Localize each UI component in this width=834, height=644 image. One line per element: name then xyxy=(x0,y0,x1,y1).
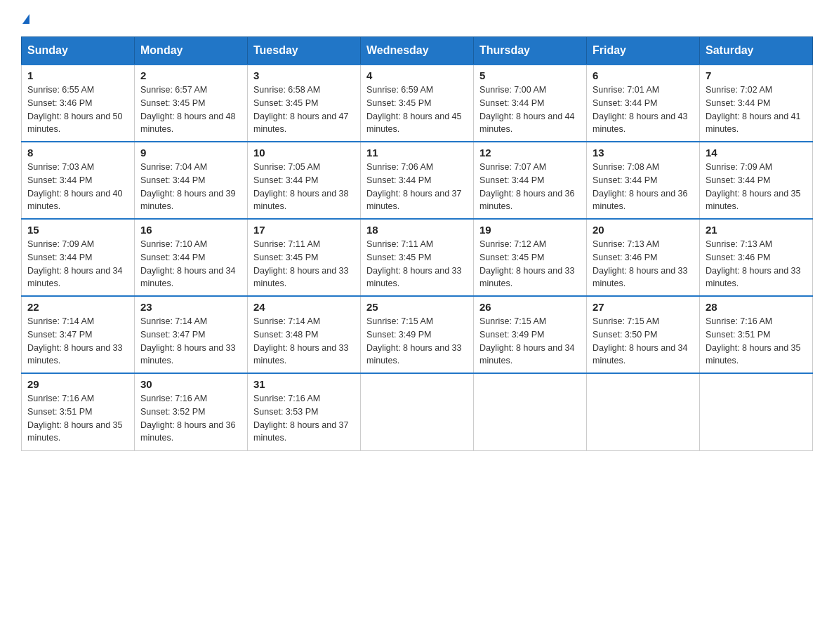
day-number: 4 xyxy=(366,69,468,81)
day-info: Sunrise: 7:15 AMSunset: 3:49 PMDaylight:… xyxy=(479,315,581,368)
calendar-cell: 22 Sunrise: 7:14 AMSunset: 3:47 PMDaylig… xyxy=(22,296,135,373)
day-number: 24 xyxy=(253,301,355,313)
day-number: 5 xyxy=(479,69,581,81)
day-info: Sunrise: 7:14 AMSunset: 3:48 PMDaylight:… xyxy=(253,315,355,368)
day-number: 16 xyxy=(140,224,241,236)
day-info: Sunrise: 7:10 AMSunset: 3:44 PMDaylight:… xyxy=(140,238,241,290)
day-number: 12 xyxy=(479,147,581,159)
day-number: 3 xyxy=(253,69,355,81)
calendar-cell: 1 Sunrise: 6:55 AMSunset: 3:46 PMDayligh… xyxy=(22,65,135,142)
weekday-header-sunday: Sunday xyxy=(22,37,135,65)
day-info: Sunrise: 7:03 AMSunset: 3:44 PMDaylight:… xyxy=(27,161,128,213)
day-info: Sunrise: 7:13 AMSunset: 3:46 PMDaylight:… xyxy=(593,238,694,290)
calendar-cell: 11 Sunrise: 7:06 AMSunset: 3:44 PMDaylig… xyxy=(361,142,474,219)
calendar-cell: 14 Sunrise: 7:09 AMSunset: 3:44 PMDaylig… xyxy=(700,142,813,219)
day-number: 17 xyxy=(253,224,355,236)
calendar-cell: 29 Sunrise: 7:16 AMSunset: 3:51 PMDaylig… xyxy=(22,373,135,450)
day-number: 10 xyxy=(253,147,355,159)
day-info: Sunrise: 7:07 AMSunset: 3:44 PMDaylight:… xyxy=(479,161,581,213)
weekday-header-tuesday: Tuesday xyxy=(248,37,361,65)
calendar-cell: 20 Sunrise: 7:13 AMSunset: 3:46 PMDaylig… xyxy=(587,219,700,296)
day-info: Sunrise: 7:09 AMSunset: 3:44 PMDaylight:… xyxy=(27,238,128,290)
day-number: 29 xyxy=(27,378,128,390)
day-number: 19 xyxy=(479,224,581,236)
calendar-cell: 5 Sunrise: 7:00 AMSunset: 3:44 PMDayligh… xyxy=(474,65,587,142)
weekday-header-saturday: Saturday xyxy=(700,37,813,65)
day-number: 14 xyxy=(706,147,807,159)
calendar-cell: 27 Sunrise: 7:15 AMSunset: 3:50 PMDaylig… xyxy=(587,296,700,373)
day-info: Sunrise: 7:00 AMSunset: 3:44 PMDaylight:… xyxy=(479,83,581,136)
day-number: 25 xyxy=(366,301,468,313)
day-info: Sunrise: 7:11 AMSunset: 3:45 PMDaylight:… xyxy=(366,238,468,290)
calendar-cell: 10 Sunrise: 7:05 AMSunset: 3:44 PMDaylig… xyxy=(248,142,361,219)
calendar-cell: 19 Sunrise: 7:12 AMSunset: 3:45 PMDaylig… xyxy=(474,219,587,296)
day-number: 28 xyxy=(706,301,807,313)
day-info: Sunrise: 6:57 AMSunset: 3:45 PMDaylight:… xyxy=(140,83,241,136)
day-number: 9 xyxy=(140,147,241,159)
day-info: Sunrise: 7:09 AMSunset: 3:44 PMDaylight:… xyxy=(706,161,807,213)
calendar-cell: 18 Sunrise: 7:11 AMSunset: 3:45 PMDaylig… xyxy=(361,219,474,296)
day-info: Sunrise: 7:13 AMSunset: 3:46 PMDaylight:… xyxy=(706,238,807,290)
day-number: 18 xyxy=(366,224,468,236)
day-info: Sunrise: 7:12 AMSunset: 3:45 PMDaylight:… xyxy=(479,238,581,290)
calendar-cell: 15 Sunrise: 7:09 AMSunset: 3:44 PMDaylig… xyxy=(22,219,135,296)
logo xyxy=(21,14,29,24)
week-row-1: 1 Sunrise: 6:55 AMSunset: 3:46 PMDayligh… xyxy=(22,65,813,142)
day-info: Sunrise: 7:16 AMSunset: 3:52 PMDaylight:… xyxy=(140,392,241,445)
calendar-cell: 2 Sunrise: 6:57 AMSunset: 3:45 PMDayligh… xyxy=(135,65,248,142)
day-info: Sunrise: 7:14 AMSunset: 3:47 PMDaylight:… xyxy=(27,315,128,368)
weekday-header-row: SundayMondayTuesdayWednesdayThursdayFrid… xyxy=(22,37,813,65)
calendar-cell: 4 Sunrise: 6:59 AMSunset: 3:45 PMDayligh… xyxy=(361,65,474,142)
calendar-cell: 21 Sunrise: 7:13 AMSunset: 3:46 PMDaylig… xyxy=(700,219,813,296)
day-number: 22 xyxy=(27,301,128,313)
day-number: 8 xyxy=(27,147,128,159)
calendar-cell: 28 Sunrise: 7:16 AMSunset: 3:51 PMDaylig… xyxy=(700,296,813,373)
calendar-table: SundayMondayTuesdayWednesdayThursdayFrid… xyxy=(21,36,813,451)
day-info: Sunrise: 7:04 AMSunset: 3:44 PMDaylight:… xyxy=(140,161,241,213)
week-row-4: 22 Sunrise: 7:14 AMSunset: 3:47 PMDaylig… xyxy=(22,296,813,373)
day-info: Sunrise: 7:01 AMSunset: 3:44 PMDaylight:… xyxy=(593,83,694,136)
day-info: Sunrise: 7:16 AMSunset: 3:51 PMDaylight:… xyxy=(27,392,128,445)
calendar-cell: 13 Sunrise: 7:08 AMSunset: 3:44 PMDaylig… xyxy=(587,142,700,219)
calendar-cell: 12 Sunrise: 7:07 AMSunset: 3:44 PMDaylig… xyxy=(474,142,587,219)
calendar-cell: 31 Sunrise: 7:16 AMSunset: 3:53 PMDaylig… xyxy=(248,373,361,450)
calendar-cell: 23 Sunrise: 7:14 AMSunset: 3:47 PMDaylig… xyxy=(135,296,248,373)
day-info: Sunrise: 6:58 AMSunset: 3:45 PMDaylight:… xyxy=(253,83,355,136)
calendar-cell: 25 Sunrise: 7:15 AMSunset: 3:49 PMDaylig… xyxy=(361,296,474,373)
day-info: Sunrise: 6:55 AMSunset: 3:46 PMDaylight:… xyxy=(27,83,128,136)
day-info: Sunrise: 7:14 AMSunset: 3:47 PMDaylight:… xyxy=(140,315,241,368)
weekday-header-friday: Friday xyxy=(587,37,700,65)
calendar-cell: 9 Sunrise: 7:04 AMSunset: 3:44 PMDayligh… xyxy=(135,142,248,219)
calendar-cell: 8 Sunrise: 7:03 AMSunset: 3:44 PMDayligh… xyxy=(22,142,135,219)
calendar-cell xyxy=(474,373,587,450)
calendar-cell xyxy=(361,373,474,450)
logo-triangle-icon xyxy=(22,14,29,24)
calendar-cell: 16 Sunrise: 7:10 AMSunset: 3:44 PMDaylig… xyxy=(135,219,248,296)
day-number: 26 xyxy=(479,301,581,313)
day-number: 31 xyxy=(253,378,355,390)
weekday-header-thursday: Thursday xyxy=(474,37,587,65)
day-number: 27 xyxy=(593,301,694,313)
calendar-cell: 17 Sunrise: 7:11 AMSunset: 3:45 PMDaylig… xyxy=(248,219,361,296)
day-info: Sunrise: 7:16 AMSunset: 3:51 PMDaylight:… xyxy=(706,315,807,368)
day-number: 15 xyxy=(27,224,128,236)
calendar-cell: 3 Sunrise: 6:58 AMSunset: 3:45 PMDayligh… xyxy=(248,65,361,142)
day-info: Sunrise: 7:08 AMSunset: 3:44 PMDaylight:… xyxy=(593,161,694,213)
day-number: 6 xyxy=(593,69,694,81)
day-number: 13 xyxy=(593,147,694,159)
day-number: 21 xyxy=(706,224,807,236)
calendar-cell xyxy=(587,373,700,450)
day-number: 7 xyxy=(706,69,807,81)
day-info: Sunrise: 7:15 AMSunset: 3:50 PMDaylight:… xyxy=(593,315,694,368)
day-number: 20 xyxy=(593,224,694,236)
day-number: 1 xyxy=(27,69,128,81)
calendar-cell: 6 Sunrise: 7:01 AMSunset: 3:44 PMDayligh… xyxy=(587,65,700,142)
day-info: Sunrise: 7:16 AMSunset: 3:53 PMDaylight:… xyxy=(253,392,355,445)
day-info: Sunrise: 6:59 AMSunset: 3:45 PMDaylight:… xyxy=(366,83,468,136)
calendar-cell: 7 Sunrise: 7:02 AMSunset: 3:44 PMDayligh… xyxy=(700,65,813,142)
day-info: Sunrise: 7:15 AMSunset: 3:49 PMDaylight:… xyxy=(366,315,468,368)
calendar-cell xyxy=(700,373,813,450)
week-row-2: 8 Sunrise: 7:03 AMSunset: 3:44 PMDayligh… xyxy=(22,142,813,219)
day-info: Sunrise: 7:02 AMSunset: 3:44 PMDaylight:… xyxy=(706,83,807,136)
calendar-cell: 26 Sunrise: 7:15 AMSunset: 3:49 PMDaylig… xyxy=(474,296,587,373)
